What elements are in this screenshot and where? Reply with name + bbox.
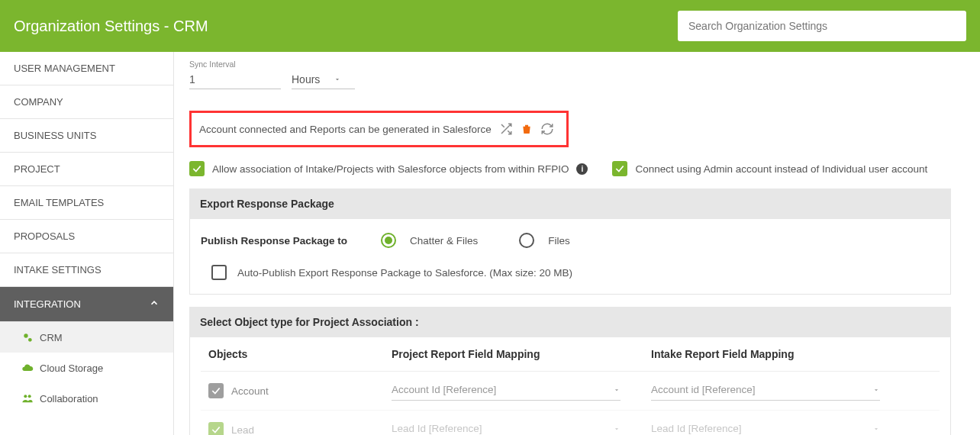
th-intake-mapping: Intake Report Field Mapping [651, 348, 932, 360]
check-icon [192, 163, 202, 174]
export-section-header: Export Response Package [189, 188, 951, 219]
table-row: Lead Lead Id [Reference] Lead Id [Refere… [201, 410, 940, 435]
publish-label: Publish Response Package to [201, 235, 347, 246]
radio-chatter-files[interactable] [381, 233, 396, 248]
export-section-body: Publish Response Package to Chatter & Fi… [189, 219, 951, 295]
header-bar: Organization Settings - CRM [0, 0, 980, 52]
sidebar-sub-collaboration[interactable]: Collaboration [0, 383, 173, 414]
radio-files-label: Files [548, 235, 570, 246]
radio-files[interactable] [519, 233, 534, 248]
project-field-dropdown[interactable]: Account Id [Reference] [392, 381, 621, 401]
svg-point-3 [28, 395, 31, 398]
association-table: Objects Project Report Field Mapping Int… [201, 337, 940, 435]
sidebar-item-intake-settings[interactable]: INTAKE SETTINGS [0, 253, 173, 287]
trash-icon[interactable] [521, 123, 533, 135]
checkbox-allow-association[interactable] [189, 161, 205, 176]
radio-chatter-label: Chatter & Files [410, 235, 478, 246]
search-input[interactable] [678, 11, 966, 41]
sidebar: USER MANAGEMENT COMPANY BUSINESS UNITS P… [0, 52, 174, 435]
gears-icon [21, 331, 34, 343]
checkbox-auto-publish[interactable] [211, 265, 227, 280]
auto-publish-label: Auto-Publish Export Response Package to … [237, 267, 572, 279]
sidebar-item-proposals[interactable]: PROPOSALS [0, 220, 173, 253]
check-icon [211, 385, 221, 396]
caret-down-icon [613, 425, 621, 433]
association-section-body: Objects Project Report Field Mapping Int… [189, 337, 951, 435]
sync-interval-input[interactable] [189, 69, 281, 89]
sidebar-sub-crm[interactable]: CRM [0, 322, 173, 353]
intake-field-dropdown[interactable]: Account id [Reference] [651, 381, 880, 401]
caret-down-icon [613, 386, 621, 394]
object-name: Account [231, 385, 269, 397]
dropdown-value: Lead Id [Reference] [651, 423, 742, 434]
svg-point-0 [24, 334, 27, 337]
connect-admin-label: Connect using Admin account instead of I… [635, 163, 927, 175]
sidebar-item-label: INTEGRATION [14, 298, 81, 310]
sidebar-subitems: CRM Cloud Storage Collaboration [0, 322, 173, 414]
sync-unit-value: Hours [292, 73, 320, 85]
allow-association-label: Allow association of Intake/Projects wit… [212, 163, 569, 175]
sidebar-item-email-templates[interactable]: EMAIL TEMPLATES [0, 186, 173, 220]
dropdown-value: Lead Id [Reference] [392, 423, 482, 434]
intake-field-dropdown[interactable]: Lead Id [Reference] [651, 420, 880, 435]
info-icon[interactable]: i [576, 163, 588, 175]
caret-down-icon [334, 76, 341, 83]
caret-down-icon [872, 425, 880, 433]
check-icon [614, 163, 625, 174]
association-section-header: Select Object type for Project Associati… [189, 307, 951, 337]
checkbox-object-lead[interactable] [208, 422, 224, 435]
dropdown-value: Account id [Reference] [651, 384, 756, 395]
sidebar-item-user-management[interactable]: USER MANAGEMENT [0, 52, 173, 85]
svg-point-2 [24, 395, 27, 398]
dropdown-value: Account Id [Reference] [392, 384, 496, 395]
object-name: Lead [231, 424, 254, 436]
page-title: Organization Settings - CRM [14, 18, 208, 35]
th-project-mapping: Project Report Field Mapping [392, 348, 651, 360]
caret-down-icon [872, 386, 880, 394]
sub-label: CRM [40, 332, 63, 343]
users-icon [21, 392, 34, 404]
project-field-dropdown[interactable]: Lead Id [Reference] [392, 420, 621, 435]
sync-interval-label: Sync Interval [189, 60, 951, 69]
sidebar-sub-cloud-storage[interactable]: Cloud Storage [0, 353, 173, 383]
table-row: Account Account Id [Reference] Account i… [201, 371, 940, 410]
checkbox-connect-admin[interactable] [612, 161, 627, 176]
sidebar-item-integration[interactable]: INTEGRATION [0, 287, 173, 322]
sync-unit-select[interactable]: Hours [292, 69, 355, 89]
refresh-icon[interactable] [540, 122, 554, 136]
status-text: Account connected and Reports can be gen… [199, 124, 492, 135]
checkbox-object-account[interactable] [208, 383, 224, 398]
main-content: Sync Interval Hours Account connected an… [174, 52, 980, 435]
connection-status-box: Account connected and Reports can be gen… [189, 111, 569, 147]
sub-label: Collaboration [40, 393, 98, 404]
sidebar-item-project[interactable]: PROJECT [0, 153, 173, 186]
cloud-icon [21, 362, 34, 374]
svg-point-1 [28, 338, 32, 342]
sidebar-item-company[interactable]: COMPANY [0, 85, 173, 119]
chevron-up-icon [149, 298, 160, 311]
th-objects: Objects [208, 348, 392, 360]
sub-label: Cloud Storage [40, 362, 103, 374]
shuffle-icon[interactable] [499, 122, 513, 136]
check-icon [211, 424, 221, 435]
sidebar-item-business-units[interactable]: BUSINESS UNITS [0, 119, 173, 153]
